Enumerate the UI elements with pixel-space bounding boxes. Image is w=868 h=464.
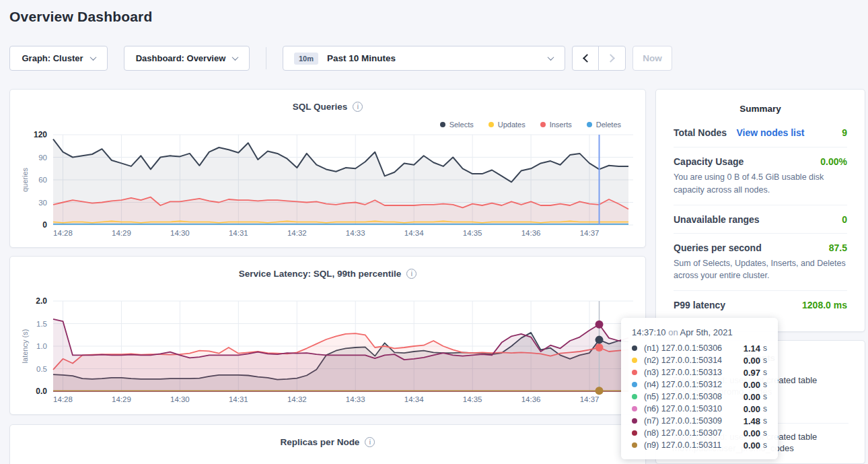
chart-title-text: Service Latency: SQL, 99th percentile xyxy=(239,269,402,279)
chevron-down-icon xyxy=(232,54,239,61)
y-axis-ticks: 0306090120 xyxy=(34,130,47,230)
node-address: (n2) 127.0.0.1:50314 xyxy=(644,356,740,365)
summary-p99-latency: P99 latency 1208.0 ms xyxy=(674,291,847,319)
graph-dropdown[interactable]: Graph: Cluster xyxy=(9,46,108,71)
summary-body: Total Nodes View nodes list 9 Capacity U… xyxy=(656,114,865,319)
unavailable-ranges-value: 0 xyxy=(842,214,847,225)
time-range-label: Past 10 Minutes xyxy=(327,53,396,63)
node-color-dot xyxy=(632,345,637,351)
svg-text:14:29: 14:29 xyxy=(112,395,131,403)
svg-text:14:35: 14:35 xyxy=(463,395,482,403)
summary-unavailable-ranges: Unavailable ranges 0 xyxy=(674,205,847,234)
svg-text:14:30: 14:30 xyxy=(170,229,190,237)
tooltip-row: (n5) 127.0.0.1:503080.00s xyxy=(632,391,767,403)
tooltip-row: (n7) 127.0.0.1:503091.48s xyxy=(632,415,767,427)
time-next-button[interactable] xyxy=(598,46,626,71)
latency-unit: s xyxy=(763,368,767,377)
svg-text:14:30: 14:30 xyxy=(170,395,190,403)
node-address: (n4) 127.0.0.1:50312 xyxy=(644,380,740,389)
total-nodes-value: 9 xyxy=(842,127,847,138)
tooltip-row: (n1) 127.0.0.1:503061.14s xyxy=(632,342,767,354)
node-address: (n9) 127.0.0.1:50311 xyxy=(644,440,740,450)
now-button[interactable]: Now xyxy=(632,46,672,71)
latency-unit: s xyxy=(763,416,767,426)
info-icon[interactable]: i xyxy=(353,102,363,112)
unavailable-ranges-label: Unavailable ranges xyxy=(674,214,760,225)
node-address: (n5) 127.0.0.1:50308 xyxy=(644,392,740,401)
tooltip-row: (n9) 127.0.0.1:503110.00s xyxy=(632,439,767,451)
capacity-usage-description: You are using 0 B of 4.5 GiB usable disk… xyxy=(674,171,847,197)
qps-value: 87.5 xyxy=(829,242,847,253)
svg-text:60: 60 xyxy=(38,176,47,184)
latency-unit: s xyxy=(763,440,767,450)
summary-total-nodes: Total Nodes View nodes list 9 xyxy=(674,118,847,147)
node-address: (n1) 127.0.0.1:50306 xyxy=(644,343,740,353)
qps-description: Sum of Selects, Updates, Inserts, and De… xyxy=(674,257,847,283)
svg-text:0: 0 xyxy=(42,220,47,230)
tooltip-rows: (n1) 127.0.0.1:503061.14s(n2) 127.0.0.1:… xyxy=(632,342,767,451)
time-range-dropdown[interactable]: 10m Past 10 Minutes xyxy=(283,46,565,71)
tooltip-row: (n2) 127.0.0.1:503140.00s xyxy=(632,354,767,366)
svg-text:14:36: 14:36 xyxy=(521,229,541,237)
svg-text:14:32: 14:32 xyxy=(287,395,307,403)
service-latency-chart[interactable]: 0.00.51.01.52.014:2814:2914:3014:3114:32… xyxy=(10,293,647,414)
svg-text:14:31: 14:31 xyxy=(229,395,248,403)
svg-text:14:31: 14:31 xyxy=(229,229,248,237)
time-prev-button[interactable] xyxy=(572,46,599,71)
x-axis-ticks: 14:2814:2914:3014:3114:3214:3314:3414:35… xyxy=(53,395,599,403)
summary-capacity: Capacity Usage 0.00% You are using 0 B o… xyxy=(674,147,847,205)
svg-text:14:28: 14:28 xyxy=(53,229,73,237)
hover-marker xyxy=(595,343,604,352)
info-icon[interactable]: i xyxy=(365,437,375,447)
node-latency-value: 0.00 xyxy=(740,440,760,451)
svg-text:14:29: 14:29 xyxy=(112,229,131,237)
graph-dropdown-label: Graph: Cluster xyxy=(22,53,83,63)
node-latency-value: 0.00 xyxy=(740,356,760,366)
node-color-dot xyxy=(632,418,637,424)
node-color-dot xyxy=(632,370,637,375)
summary-panel: Summary Total Nodes View nodes list 9 Ca… xyxy=(655,89,865,332)
chevron-down-icon xyxy=(89,54,96,61)
replicas-per-node-title: Replicas per Node i xyxy=(10,425,645,447)
view-nodes-list-link[interactable]: View nodes list xyxy=(737,127,805,138)
node-color-dot xyxy=(632,394,637,399)
p99-latency-value: 1208.0 ms xyxy=(802,300,847,310)
node-color-dot xyxy=(632,430,637,436)
latency-unit: s xyxy=(763,392,767,401)
sql-queries-chart[interactable]: 030609012014:2814:2914:3014:3114:3214:33… xyxy=(10,127,647,248)
svg-text:14:37: 14:37 xyxy=(580,395,600,403)
chart-title-text: SQL Queries xyxy=(293,102,348,112)
svg-text:14:34: 14:34 xyxy=(404,229,424,237)
hover-marker xyxy=(595,387,604,395)
chevron-right-icon xyxy=(606,54,615,63)
dashboard-dropdown-label: Dashboard: Overview xyxy=(136,53,226,63)
chart-hover-tooltip: 14:37:10 on Apr 5th, 2021 (n1) 127.0.0.1… xyxy=(621,318,778,459)
service-latency-title: Service Latency: SQL, 99th percentile i xyxy=(10,257,645,279)
svg-text:120: 120 xyxy=(34,130,47,139)
capacity-usage-value: 0.00% xyxy=(820,156,847,167)
node-latency-value: 0.00 xyxy=(740,380,760,390)
toolbar-divider xyxy=(266,47,266,69)
total-nodes-label: Total Nodes xyxy=(674,127,727,138)
node-color-dot xyxy=(632,382,637,387)
tooltip-row: (n3) 127.0.0.1:503130.97s xyxy=(632,366,767,378)
node-latency-value: 1.14 xyxy=(740,343,760,354)
tooltip-row: (n4) 127.0.0.1:503120.00s xyxy=(632,378,767,391)
svg-text:30: 30 xyxy=(38,199,47,207)
hover-marker xyxy=(595,321,604,329)
info-icon[interactable]: i xyxy=(406,269,417,279)
svg-text:2.0: 2.0 xyxy=(36,296,47,306)
capacity-usage-label: Capacity Usage xyxy=(674,156,744,167)
node-latency-value: 0.00 xyxy=(740,428,760,438)
node-color-dot xyxy=(632,442,637,448)
latency-unit: s xyxy=(763,356,767,365)
hover-marker xyxy=(595,336,604,344)
svg-text:1.0: 1.0 xyxy=(36,342,47,350)
svg-text:1.5: 1.5 xyxy=(36,320,47,328)
chart-title-text: Replicas per Node xyxy=(281,437,360,447)
dashboard-dropdown[interactable]: Dashboard: Overview xyxy=(124,46,250,71)
svg-text:14:35: 14:35 xyxy=(463,229,482,237)
node-latency-value: 0.00 xyxy=(740,404,760,414)
tooltip-row: (n6) 127.0.0.1:503100.00s xyxy=(632,403,767,415)
node-address: (n8) 127.0.0.1:50307 xyxy=(644,428,740,438)
